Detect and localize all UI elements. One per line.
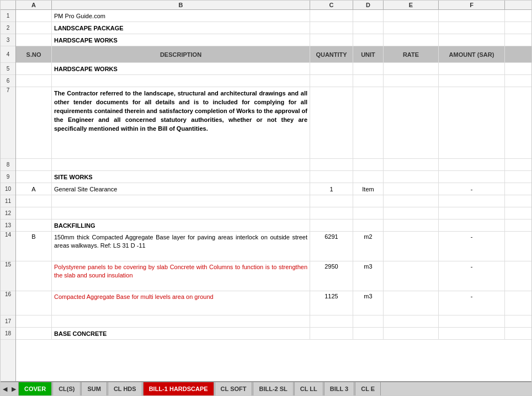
cell-8a <box>16 159 52 170</box>
cell-15b[interactable]: Polystyrene panels to be covering by sla… <box>52 261 310 291</box>
cell-6a <box>16 75 52 87</box>
rownum-1: 1 <box>1 10 15 22</box>
cell-14a: B <box>16 232 52 261</box>
cell-5f <box>439 63 505 74</box>
cell-16b-text: Compacted Aggregate Base for multi level… <box>54 293 214 301</box>
tab-sum-label: SUM <box>87 386 100 392</box>
col-header-e: E <box>384 1 439 9</box>
rownum-13: 13 <box>1 220 15 232</box>
rownum-14: 14 <box>1 232 15 261</box>
grid-content: PM Pro Guide.com LANDSCAPE PACKAGE <box>16 10 531 381</box>
tab-nav-right[interactable]: ▶ <box>9 382 18 395</box>
cell-12a <box>16 207 52 219</box>
cell-2a <box>16 22 52 34</box>
rownum-9: 9 <box>1 171 15 183</box>
cell-2f <box>439 22 505 34</box>
cell-18d <box>353 328 384 339</box>
cell-17d <box>353 315 384 327</box>
tab-bill2[interactable]: BILL-2 SL <box>253 382 293 395</box>
cell-2c <box>310 22 353 34</box>
tab-cl-e-label: CL E <box>361 386 375 392</box>
header-rate: RATE <box>386 51 436 58</box>
cell-14e <box>384 232 439 261</box>
cell-1e <box>384 10 439 22</box>
tab-cl-ll[interactable]: CL LL <box>294 382 323 395</box>
row-3: HARDSCAPE WORKS <box>16 34 531 46</box>
cell-9b[interactable]: SITE WORKS <box>52 171 310 183</box>
tab-cls[interactable]: CL(S) <box>52 382 81 395</box>
cell-13b[interactable]: BACKFILLING <box>52 220 310 231</box>
cell-2b[interactable]: LANDSCAPE PACKAGE <box>52 22 310 34</box>
header-description: DESCRIPTION <box>54 51 307 58</box>
cell-17c <box>310 315 353 327</box>
row-2: LANDSCAPE PACKAGE <box>16 22 531 34</box>
cell-13f <box>439 220 505 231</box>
cell-13b-text: BACKFILLING <box>54 222 95 229</box>
cell-10c: 1 <box>310 183 353 195</box>
cell-14b[interactable]: 150mm thick Compacted Aggregate Base lay… <box>52 232 310 261</box>
row-6 <box>16 75 531 87</box>
cell-17f <box>439 315 505 327</box>
cell-18a <box>16 328 52 339</box>
row-12 <box>16 207 531 220</box>
row-16: Compacted Aggregate Base for multi level… <box>16 291 531 315</box>
cell-10d: Item <box>353 183 384 195</box>
cell-9d <box>353 171 384 183</box>
cell-10b[interactable]: General Site Clearance <box>52 183 310 195</box>
cell-16f-text: - <box>471 293 473 299</box>
cell-13e <box>384 220 439 231</box>
cell-7b-text: The Contractor referred to the landscape… <box>54 89 307 133</box>
cell-5d <box>353 63 384 74</box>
row-7: The Contractor referred to the landscape… <box>16 87 531 159</box>
spreadsheet: A B C D E F 1 2 3 4 5 6 7 8 9 10 11 12 1… <box>0 0 532 396</box>
tab-cl-hds[interactable]: CL HDS <box>108 382 142 395</box>
cell-14a-text: B <box>31 233 35 240</box>
tab-bar: ◀ ▶ COVER CL(S) SUM CL HDS BILL-1 HARDSC… <box>1 381 531 395</box>
cell-16c: 1125 <box>310 291 353 315</box>
cell-11b <box>52 195 310 207</box>
cell-16a <box>16 291 52 315</box>
cell-4c: QUANTITY <box>310 46 353 62</box>
tab-cl-soft-label: CL SOFT <box>221 386 247 392</box>
tab-sum[interactable]: SUM <box>81 382 107 395</box>
cell-11a <box>16 195 52 207</box>
cell-7b[interactable]: The Contractor referred to the landscape… <box>52 87 310 158</box>
cell-7a <box>16 87 52 158</box>
cell-1b[interactable]: PM Pro Guide.com <box>52 10 310 22</box>
tab-nav-left[interactable]: ◀ <box>1 382 9 395</box>
tab-cl-soft[interactable]: CL SOFT <box>215 382 253 395</box>
cell-14f-text: - <box>471 233 473 240</box>
tab-bill1[interactable]: BILL-1 HARDSCAPE <box>143 382 214 395</box>
row-17 <box>16 315 531 328</box>
tab-bill3[interactable]: BILL 3 <box>324 382 354 395</box>
cell-9e <box>384 171 439 183</box>
cell-4f: AMOUNT (SAR) <box>439 46 505 62</box>
cell-9c <box>310 171 353 183</box>
tab-bill1-label: BILL-1 HARDSCAPE <box>149 386 208 392</box>
tab-cover[interactable]: COVER <box>18 382 52 395</box>
row-5: HARDSCAPE WORKS <box>16 63 531 75</box>
row-13: BACKFILLING <box>16 220 531 232</box>
cell-16b[interactable]: Compacted Aggregate Base for multi level… <box>52 291 310 315</box>
tab-cl-ll-label: CL LL <box>300 386 317 392</box>
cell-10e <box>384 183 439 195</box>
cell-7e <box>384 87 439 158</box>
cell-15d: m3 <box>353 261 384 291</box>
row-num-corner <box>1 1 16 9</box>
cell-9f <box>439 171 505 183</box>
tab-cl-e[interactable]: CL E <box>355 382 381 395</box>
cell-5b[interactable]: HARDSCAPE WORKS <box>52 63 310 74</box>
cell-10f-text: - <box>471 186 473 192</box>
cell-1d <box>353 10 384 22</box>
cell-6f <box>439 75 505 87</box>
cell-10a: A <box>16 183 52 195</box>
col-header-f: F <box>439 1 505 9</box>
cell-3b[interactable]: HARDSCAPE WORKS <box>52 34 310 46</box>
cell-1c <box>310 10 353 22</box>
cell-3e <box>384 34 439 46</box>
cell-11c <box>310 195 353 207</box>
cell-18b[interactable]: BASE CONCRETE <box>52 328 310 339</box>
col-header-a: A <box>16 1 52 9</box>
grid-area: 1 2 3 4 5 6 7 8 9 10 11 12 13 14 15 16 1… <box>1 10 531 381</box>
cell-10d-text: Item <box>362 186 374 192</box>
